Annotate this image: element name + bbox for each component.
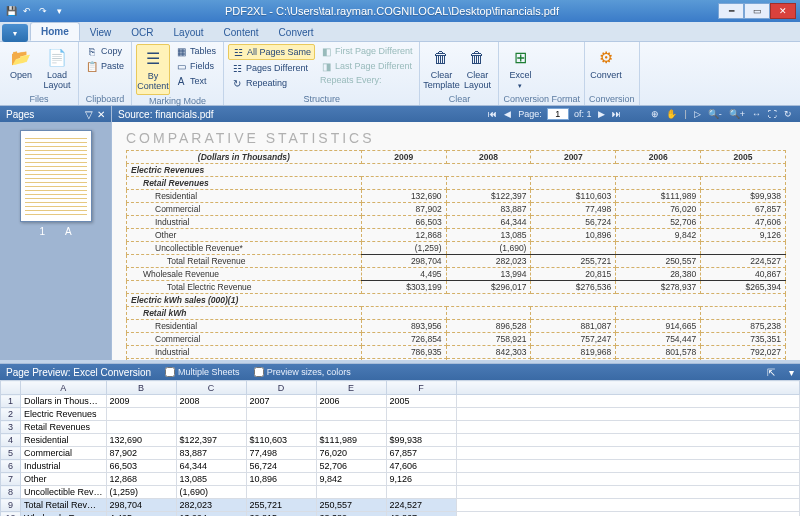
group-label-clear: Clear	[424, 93, 494, 105]
tables-icon: ▦	[175, 45, 187, 57]
tables-button[interactable]: ▦Tables	[172, 44, 219, 58]
table-row[interactable]: 8Uncollectible Rev…(1,259)(1,690)	[1, 486, 800, 499]
table-row[interactable]: 3Retail Revenues	[1, 421, 800, 434]
source-title: Source: financials.pdf	[118, 109, 214, 120]
paste-icon: 📋	[86, 60, 98, 72]
page-input[interactable]	[547, 108, 569, 120]
last-page-diff-button[interactable]: ◨Last Page Different	[317, 59, 415, 73]
page-thumbnail[interactable]	[20, 130, 92, 222]
quick-access-toolbar: 💾 ↶ ↷ ▾	[4, 4, 66, 18]
thumb-page-letter: A	[65, 226, 72, 237]
preview-header: Page Preview: Excel Conversion Multiple …	[0, 364, 800, 380]
table-row[interactable]: 7Other12,86813,08510,8969,8429,126	[1, 473, 800, 486]
tab-content[interactable]: Content	[214, 24, 269, 41]
collapse-icon[interactable]: ▾	[789, 367, 794, 378]
table-row[interactable]: 10Wholesale Reve…4,49513,99420,81528,380…	[1, 512, 800, 517]
copy-button[interactable]: ⎘Copy	[83, 44, 127, 58]
close-panel-icon[interactable]: ✕	[97, 109, 105, 120]
nav-next-icon[interactable]: ▶	[596, 109, 607, 119]
tab-home[interactable]: Home	[30, 22, 80, 41]
clear-layout-button[interactable]: 🗑Clear Layout	[460, 44, 494, 93]
maximize-button[interactable]: ▭	[744, 3, 770, 19]
fit-width-icon[interactable]: ↔	[750, 109, 763, 119]
file-menu-button[interactable]: ▾	[2, 24, 28, 42]
group-label-marking: Marking Mode	[136, 95, 219, 107]
nav-prev-icon[interactable]: ◀	[502, 109, 513, 119]
fit-page-icon[interactable]: ⛶	[766, 109, 779, 119]
text-icon: A	[175, 75, 187, 87]
pointer-icon[interactable]: ▷	[692, 109, 703, 119]
open-icon: 📂	[9, 46, 33, 70]
close-button[interactable]: ✕	[770, 3, 796, 19]
ribbon-group-clipboard: ⎘Copy 📋Paste Clipboard	[79, 42, 132, 105]
excel-icon: ⊞	[508, 46, 532, 70]
open-button[interactable]: 📂Open	[4, 44, 38, 83]
source-header: Source: financials.pdf ⏮ ◀ Page: of: 1 ▶…	[112, 106, 800, 122]
tab-layout[interactable]: Layout	[164, 24, 214, 41]
table-row[interactable]: 5Commercial87,90283,88777,49876,02067,85…	[1, 447, 800, 460]
excel-preview-table: ABCDEF1Dollars in Thous…2009200820072006…	[0, 380, 800, 516]
clear-template-button[interactable]: 🗑Clear Template	[424, 44, 458, 93]
zoom-in-icon[interactable]: 🔍+	[727, 109, 747, 119]
repeating-icon: ↻	[231, 77, 243, 89]
zoom-out-icon[interactable]: 🔍-	[706, 109, 724, 119]
text-button[interactable]: AText	[172, 74, 219, 88]
convert-button[interactable]: ⚙Convert	[589, 44, 623, 83]
table-row[interactable]: 9Total Retail Rev…298,704282,023255,7212…	[1, 499, 800, 512]
zoom-tool-icon[interactable]: ⊕	[649, 109, 661, 119]
repeating-button[interactable]: ↻Repeating	[228, 76, 315, 90]
preview-title: Page Preview: Excel Conversion	[6, 367, 151, 378]
ribbon-group-conv-format: ⊞Excel▾ Conversion Format	[499, 42, 585, 105]
tab-convert[interactable]: Convert	[269, 24, 324, 41]
table-row[interactable]: 6Industrial66,50364,34456,72452,70647,60…	[1, 460, 800, 473]
load-layout-icon: 📄	[45, 46, 69, 70]
minimize-button[interactable]: ━	[718, 3, 744, 19]
table-row[interactable]: 4Residential132,690$122,397$110,603$111,…	[1, 434, 800, 447]
nav-last-icon[interactable]: ⏭	[610, 109, 623, 119]
multiple-sheets-checkbox[interactable]: Multiple Sheets	[165, 367, 240, 377]
by-content-icon: ☰	[141, 47, 165, 71]
ribbon-group-clear: 🗑Clear Template 🗑Clear Layout Clear	[420, 42, 499, 105]
all-pages-same-button[interactable]: ☳All Pages Same	[228, 44, 315, 60]
preview-sizes-checkbox[interactable]: Preview sizes, colors	[254, 367, 351, 377]
document-view[interactable]: COMPARATIVE STATISTICS (Dollars in Thous…	[112, 122, 800, 360]
pages-different-button[interactable]: ☷Pages Different	[228, 61, 315, 75]
group-label-clipboard: Clipboard	[83, 93, 127, 105]
titlebar: 💾 ↶ ↷ ▾ PDF2XL - C:\Users\tal.rayman.COG…	[0, 0, 800, 22]
paste-button[interactable]: 📋Paste	[83, 59, 127, 73]
ribbon: 📂Open 📄Load Layout Files ⎘Copy 📋Paste Cl…	[0, 42, 800, 106]
hand-tool-icon[interactable]: ✋	[664, 109, 679, 119]
first-page-diff-button[interactable]: ◧First Page Different	[317, 44, 415, 58]
ribbon-group-files: 📂Open 📄Load Layout Files	[0, 42, 79, 105]
tab-ocr[interactable]: OCR	[121, 24, 163, 41]
by-content-button[interactable]: ☰By Content	[136, 44, 170, 95]
doc-table: (Dollars in Thousands)200920082007200620…	[126, 150, 786, 360]
window-title: PDF2XL - C:\Users\tal.rayman.COGNILOCAL\…	[66, 5, 718, 17]
thumb-page-number: 1	[39, 226, 45, 237]
repeats-every-button[interactable]: Repeats Every:	[317, 74, 415, 86]
fields-button[interactable]: ▭Fields	[172, 59, 219, 73]
preview-panel: Page Preview: Excel Conversion Multiple …	[0, 363, 800, 516]
clear-template-icon: 🗑	[429, 46, 453, 70]
pages-panel: Pages ▽ ✕ 1A	[0, 106, 112, 360]
fields-icon: ▭	[175, 60, 187, 72]
ribbon-tabs: ▾ HomeViewOCRLayoutContentConvert	[0, 22, 800, 42]
qat-redo-icon[interactable]: ↷	[36, 4, 50, 18]
table-row[interactable]: 1Dollars in Thous…20092008200720062005	[1, 395, 800, 408]
preview-grid[interactable]: ABCDEF1Dollars in Thous…2009200820072006…	[0, 380, 800, 516]
load-layout-button[interactable]: 📄Load Layout	[40, 44, 74, 93]
group-label-files: Files	[4, 93, 74, 105]
rotate-icon[interactable]: ↻	[782, 109, 794, 119]
filter-icon[interactable]: ▽	[85, 109, 93, 120]
nav-first-icon[interactable]: ⏮	[486, 109, 499, 119]
qat-save-icon[interactable]: 💾	[4, 4, 18, 18]
qat-undo-icon[interactable]: ↶	[20, 4, 34, 18]
table-row[interactable]: 2Electric Revenues	[1, 408, 800, 421]
group-label-conv-format: Conversion Format	[503, 93, 580, 105]
qat-dropdown-icon[interactable]: ▾	[52, 4, 66, 18]
window-buttons: ━ ▭ ✕	[718, 3, 796, 19]
tab-view[interactable]: View	[80, 24, 122, 41]
export-icon[interactable]: ⇱	[767, 367, 775, 378]
excel-format-button[interactable]: ⊞Excel▾	[503, 44, 537, 92]
group-label-structure: Structure	[228, 93, 415, 105]
